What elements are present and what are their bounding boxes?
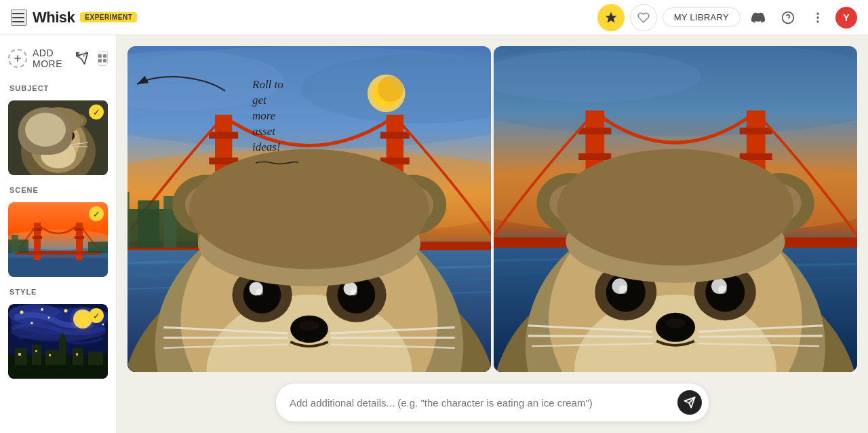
style-label: STYLE xyxy=(0,282,116,299)
svg-text:0: 0 xyxy=(84,51,87,56)
svg-rect-41 xyxy=(75,236,84,239)
avatar[interactable]: Y xyxy=(835,7,857,29)
svg-rect-131 xyxy=(740,128,772,134)
app-title: Whisk xyxy=(33,9,75,26)
grid-view-button[interactable] xyxy=(98,51,108,66)
svg-point-149 xyxy=(718,285,727,294)
grid-icon xyxy=(98,54,106,62)
svg-rect-67 xyxy=(73,348,83,365)
scene-label: SCENE xyxy=(0,181,116,197)
add-more-label: ADD More xyxy=(33,48,69,69)
plus-icon xyxy=(12,53,23,64)
prompt-bar-area xyxy=(117,377,868,433)
subject-label: SUBJECT xyxy=(0,79,116,95)
scene-thumbnail[interactable]: ✓ xyxy=(8,202,108,277)
prompt-input[interactable] xyxy=(290,397,677,409)
svg-line-23 xyxy=(28,143,52,145)
svg-point-106 xyxy=(256,288,263,295)
svg-line-156 xyxy=(698,336,823,337)
svg-point-20 xyxy=(47,132,51,136)
svg-point-27 xyxy=(30,114,46,128)
svg-rect-91 xyxy=(138,200,159,247)
svg-rect-70 xyxy=(35,350,37,352)
prompt-bar xyxy=(275,383,709,422)
main-layout: ADD More 0 SUBJECT xyxy=(0,35,868,433)
add-more-row: ADD More 0 xyxy=(0,43,116,76)
svg-point-109 xyxy=(299,320,319,331)
sidebar: ADD More 0 SUBJECT xyxy=(0,35,117,433)
send-icon xyxy=(684,396,696,409)
svg-rect-62 xyxy=(15,348,27,365)
svg-rect-12 xyxy=(103,59,106,62)
svg-rect-72 xyxy=(76,353,78,356)
left-image-svg xyxy=(127,46,491,372)
style-thumbnail[interactable]: ✓ xyxy=(8,304,108,379)
help-icon xyxy=(781,11,795,24)
svg-rect-128 xyxy=(578,128,611,134)
svg-rect-45 xyxy=(88,242,108,253)
my-library-button[interactable]: MY LIBRARY xyxy=(663,7,741,27)
svg-point-95 xyxy=(378,76,403,102)
more-options-button[interactable] xyxy=(806,5,830,30)
svg-rect-71 xyxy=(49,354,51,356)
help-button[interactable] xyxy=(776,5,800,30)
svg-rect-64 xyxy=(45,350,59,365)
svg-point-151 xyxy=(665,318,686,328)
images-grid xyxy=(117,35,868,377)
svg-rect-44 xyxy=(12,235,18,253)
svg-point-17 xyxy=(41,141,76,168)
svg-point-57 xyxy=(31,322,33,324)
roll-dice-button[interactable]: 0 xyxy=(75,49,90,68)
generated-image-left[interactable] xyxy=(127,46,491,372)
like-button[interactable] xyxy=(630,4,657,31)
svg-point-18 xyxy=(42,130,53,141)
svg-point-58 xyxy=(48,317,50,319)
scene-check: ✓ xyxy=(89,206,104,221)
svg-point-148 xyxy=(619,285,628,294)
svg-line-153 xyxy=(528,336,652,337)
more-icon xyxy=(811,11,825,24)
svg-point-163 xyxy=(557,149,794,266)
menu-button[interactable] xyxy=(11,10,27,26)
svg-rect-9 xyxy=(98,54,102,58)
svg-rect-132 xyxy=(740,153,772,160)
svg-rect-11 xyxy=(98,59,102,62)
add-more-button[interactable] xyxy=(8,49,27,68)
heart-icon xyxy=(637,12,650,24)
prompt-submit-button[interactable] xyxy=(677,390,702,415)
generate-icon xyxy=(604,11,618,24)
svg-point-54 xyxy=(20,311,24,314)
svg-point-19 xyxy=(64,130,75,141)
header-left: Whisk EXPERIMENT xyxy=(11,9,592,26)
svg-point-56 xyxy=(64,309,68,313)
svg-point-121 xyxy=(189,149,429,269)
dice-icon: 0 xyxy=(75,51,90,66)
generated-image-right[interactable] xyxy=(494,46,857,372)
style-check: ✓ xyxy=(89,308,104,323)
svg-point-31 xyxy=(35,107,82,134)
svg-point-2 xyxy=(816,12,818,14)
svg-rect-68 xyxy=(88,352,103,365)
svg-rect-10 xyxy=(103,54,106,58)
svg-rect-65 xyxy=(59,338,66,365)
header-right: MY LIBRARY Y xyxy=(663,5,857,30)
svg-rect-129 xyxy=(578,153,611,160)
right-image-svg xyxy=(494,46,857,372)
generate-button[interactable] xyxy=(597,4,625,31)
svg-point-3 xyxy=(816,16,818,18)
svg-rect-81 xyxy=(209,132,238,138)
svg-point-107 xyxy=(351,288,357,295)
svg-point-55 xyxy=(41,308,43,311)
discord-icon xyxy=(751,11,765,24)
svg-rect-63 xyxy=(32,345,41,365)
svg-point-21 xyxy=(68,132,73,136)
svg-point-4 xyxy=(816,20,818,22)
experiment-badge: EXPERIMENT xyxy=(80,12,137,22)
subject-check: ✓ xyxy=(89,105,104,119)
header-center xyxy=(597,4,657,31)
svg-rect-90 xyxy=(127,192,130,248)
svg-rect-84 xyxy=(380,132,410,138)
subject-thumbnail[interactable]: ✓ xyxy=(8,100,108,175)
discord-button[interactable] xyxy=(746,5,770,30)
svg-rect-69 xyxy=(18,353,21,356)
